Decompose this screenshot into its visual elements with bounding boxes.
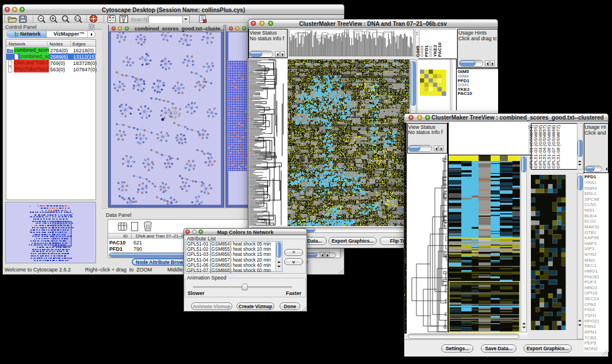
svg-text:1:1: 1:1: [76, 17, 80, 20]
